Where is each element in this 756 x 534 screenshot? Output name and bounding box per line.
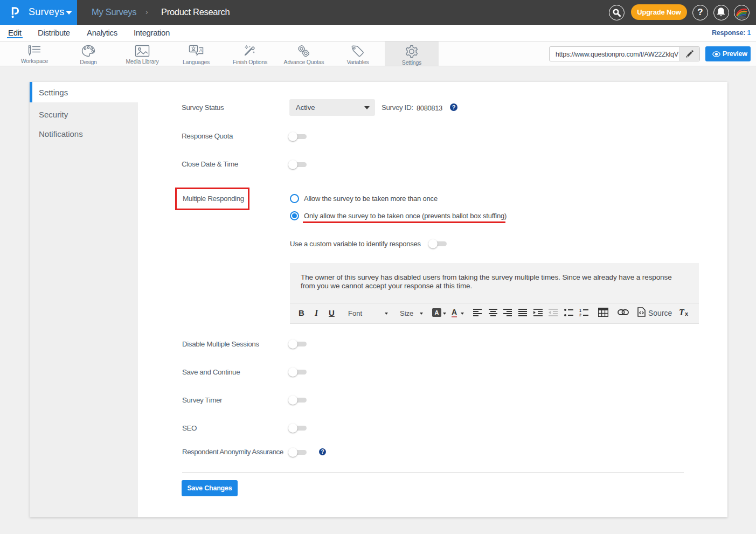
svg-text:1: 1 [579, 309, 581, 313]
svg-text:2: 2 [579, 313, 581, 316]
svg-text:A: A [199, 47, 203, 53]
